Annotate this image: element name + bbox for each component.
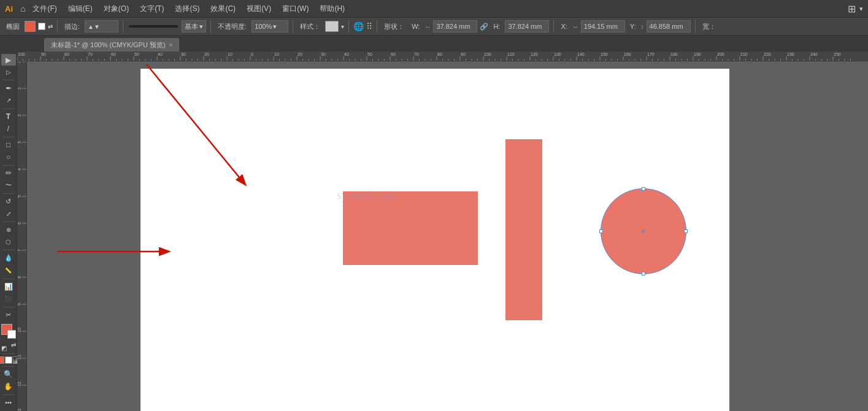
stroke-swatch[interactable] [7, 330, 16, 339]
tool-pen[interactable]: ✒ [1, 82, 16, 94]
tabbar: 未标题-1* @ 100% (CMYK/GPU 预览) × [0, 36, 868, 52]
link-icon[interactable]: 🔗 [480, 23, 488, 31]
tool-ellipse[interactable]: ○ [1, 152, 16, 163]
x-coord-icon: ↔ [572, 23, 578, 30]
menu-select[interactable]: 选择(S) [171, 2, 203, 15]
y-label: Y: [628, 21, 639, 31]
left-ruler [17, 61, 27, 411]
stroke-width-input[interactable]: ▲▼ [85, 20, 118, 33]
tool-rotate[interactable]: ↺ [1, 196, 16, 207]
tool-slice[interactable]: ✂ [1, 309, 16, 321]
fill-mode-btn[interactable] [0, 356, 4, 364]
home-icon[interactable]: ⌂ [20, 4, 25, 13]
stroke-preview [129, 25, 178, 28]
globe-icon[interactable]: 🌐 [353, 21, 364, 31]
tool-pencil[interactable]: 〜 [1, 180, 16, 191]
stroke-color-swatch[interactable] [38, 23, 45, 30]
height-input[interactable]: 37.824 mm [505, 20, 549, 33]
menu-effect[interactable]: 效果(C) [207, 2, 239, 15]
shape-dimensions-label: 形状： [382, 21, 407, 33]
tool-selection[interactable]: ▶ [1, 54, 16, 66]
stroke-style-label: 基本 [185, 22, 198, 31]
tool-direct-selection[interactable]: ▷ [1, 66, 16, 78]
style-dropdown-btn[interactable]: ▾ [341, 23, 344, 30]
menu-view[interactable]: 视图(V) [243, 2, 275, 15]
tool-curvature[interactable]: ↗ [1, 94, 16, 106]
tool-paintbrush[interactable]: ✏ [1, 167, 16, 179]
tool-line[interactable]: / [1, 123, 16, 135]
tool-free-transform[interactable]: ⬡ [1, 236, 16, 248]
grid-dots-icon[interactable]: ⠿ [366, 21, 372, 31]
center-point [642, 230, 645, 232]
shape-circle[interactable] [601, 188, 686, 274]
workspace-dropdown[interactable]: ▾ [859, 5, 863, 13]
shape-rectangle-2[interactable] [505, 139, 542, 320]
edit-toolbar-btn[interactable]: ••• [1, 397, 16, 409]
tool-scale[interactable]: ⤢ [1, 208, 16, 220]
handle-left[interactable] [599, 229, 603, 233]
stroke-mode-btn[interactable] [5, 356, 12, 364]
tool-type[interactable]: T [1, 110, 16, 122]
menu-object[interactable]: 对象(O) [100, 2, 133, 15]
y-coord-icon: ↕ [641, 23, 644, 30]
color-swatches [0, 324, 17, 339]
width-input[interactable]: 37.824 mm [433, 20, 477, 33]
canvas[interactable]: systech.com [27, 61, 868, 411]
height-label: H: [491, 21, 502, 31]
handle-right[interactable] [684, 229, 688, 233]
tool-hand[interactable]: ✋ [1, 381, 16, 393]
opacity-label: 不透明度: [215, 21, 249, 33]
menu-window[interactable]: 窗口(W) [278, 2, 312, 15]
handle-bottom[interactable] [642, 272, 645, 275]
canvas-with-ruler: systech.com [17, 61, 868, 411]
tab-close-btn[interactable]: × [169, 42, 173, 48]
tool-graph[interactable]: 📊 [1, 281, 16, 293]
style-label: 样式： [298, 21, 323, 33]
x-label: X: [558, 21, 569, 31]
left-toolbar: ▶ ▷ ✒ ↗ T / □ ○ ✏ 〜 ↺ ⤢ ⊕ ⬡ 💧 📏 📊 ⬛ ✂ [0, 52, 17, 411]
stroke-label: 描边: [62, 21, 82, 33]
toolbar: 椭圆 ⇄ 描边: ▲▼ 基本 ▾ 不透明度: 100% ▾ 样式： ▾ 🌐 ⠿ … [0, 17, 868, 36]
menu-edit[interactable]: 编辑(E) [64, 2, 96, 15]
app-logo: Ai [5, 4, 13, 13]
tool-artboard[interactable]: ⬛ [1, 293, 16, 305]
tool-measure[interactable]: 📏 [1, 264, 16, 276]
shape-type-label: 椭圆 [4, 21, 22, 33]
workspace-grid-icon[interactable]: ⊞ [848, 3, 856, 15]
y-input[interactable]: 46.858 mm [647, 20, 691, 33]
width-icon: ↔ [424, 23, 431, 30]
style-swatch[interactable] [325, 21, 339, 32]
stroke-style-dropdown[interactable]: 基本 ▾ [182, 20, 206, 33]
fill-color-swatch[interactable] [25, 21, 36, 32]
main-layout: ▶ ▷ ✒ ↗ T / □ ○ ✏ 〜 ↺ ⤢ ⊕ ⬡ 💧 📏 📊 ⬛ ✂ [0, 52, 868, 411]
tab-label: 未标题-1* @ 100% (CMYK/GPU 预览) [51, 40, 166, 50]
width-label: W: [409, 21, 422, 31]
menu-text[interactable]: 文字(T) [136, 2, 167, 15]
artboard: systech.com [140, 69, 729, 411]
opacity-input[interactable]: 100% ▾ [252, 20, 288, 33]
top-ruler [17, 52, 868, 61]
handle-top[interactable] [642, 187, 645, 191]
document-tab[interactable]: 未标题-1* @ 100% (CMYK/GPU 预览) × [44, 38, 179, 52]
x-input[interactable]: 194.15 mm [581, 20, 625, 33]
canvas-area: systech.com [17, 52, 868, 411]
swap-colors-btn[interactable]: ⇄ [48, 23, 53, 30]
default-colors-btn[interactable]: ◩ [1, 345, 7, 351]
menu-help[interactable]: 帮助(H) [316, 2, 348, 15]
tool-rectangle[interactable]: □ [1, 139, 16, 151]
shape-rectangle-1[interactable] [343, 191, 478, 265]
menu-file[interactable]: 文件(F) [29, 2, 60, 15]
tool-puppet-warp[interactable]: ⊕ [1, 224, 16, 236]
more-options-label: 宽： [700, 21, 718, 33]
swap-fg-bg-btn[interactable]: ⇄ [11, 342, 16, 348]
tool-eyedropper[interactable]: 💧 [1, 252, 16, 264]
tool-zoom[interactable]: 🔍 [1, 369, 16, 380]
color-controls: ⇄ ◩ [0, 342, 17, 351]
titlebar: Ai ⌂ 文件(F) 编辑(E) 对象(O) 文字(T) 选择(S) 效果(C)… [0, 0, 868, 17]
